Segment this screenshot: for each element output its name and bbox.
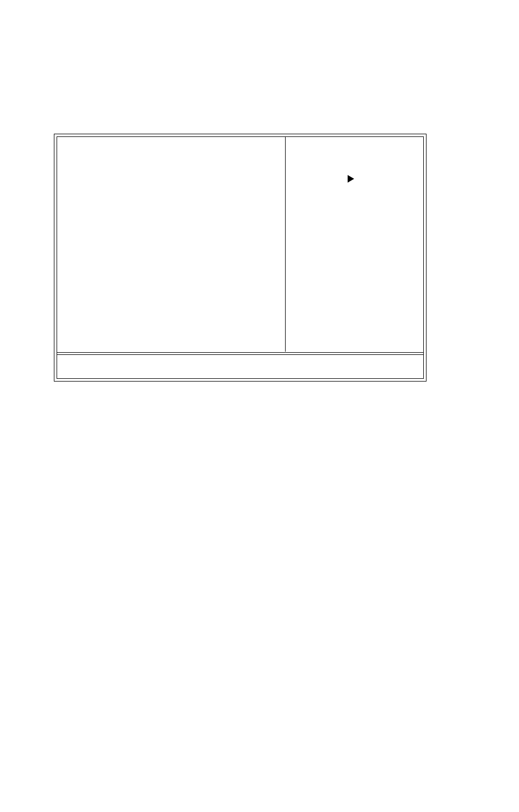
bottom-area xyxy=(57,352,423,378)
divider-line-bottom xyxy=(57,354,423,355)
play-triangle-icon xyxy=(347,174,355,185)
divider-line-top xyxy=(57,352,423,353)
main-area xyxy=(57,137,423,352)
inner-frame xyxy=(57,136,424,379)
outer-frame xyxy=(54,134,427,382)
left-panel xyxy=(57,137,286,352)
right-panel xyxy=(286,137,423,352)
svg-marker-0 xyxy=(348,175,354,183)
